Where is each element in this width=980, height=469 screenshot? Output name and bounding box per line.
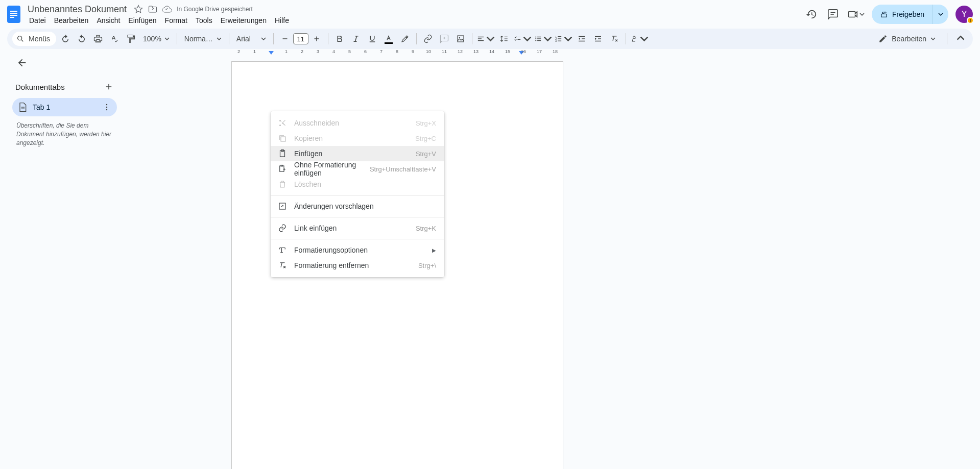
context-menu-divider — [271, 217, 444, 217]
svg-point-18 — [535, 38, 536, 39]
context-menu-link[interactable]: Link einfügenStrg+K — [271, 220, 444, 236]
tab-label: Tab 1 — [33, 103, 97, 111]
menu-bearbeiten[interactable]: Bearbeiten — [51, 15, 92, 26]
outline-hint: Überschriften, die Sie dem Dokument hinz… — [12, 116, 117, 152]
avatar-letter: Y — [962, 10, 967, 19]
context-menu-cut: AusschneidenStrg+X — [271, 115, 444, 131]
context-menu: AusschneidenStrg+XKopierenStrg+CEinfügen… — [271, 111, 444, 277]
context-menu-delete: Löschen — [271, 177, 444, 192]
menu-datei[interactable]: Datei — [26, 15, 50, 26]
svg-point-40 — [106, 107, 108, 108]
menu-ansicht[interactable]: Ansicht — [93, 15, 124, 26]
svg-point-17 — [535, 36, 536, 37]
svg-line-9 — [355, 36, 356, 42]
increase-font-size[interactable] — [309, 32, 324, 46]
share-dropdown[interactable] — [933, 5, 948, 24]
editing-mode-select[interactable]: Bearbeiten — [873, 32, 941, 45]
collapse-toolbar-button[interactable] — [953, 32, 968, 46]
spellcheck-button[interactable] — [107, 32, 122, 46]
input-tools-button[interactable] — [630, 32, 649, 46]
context-menu-divider — [271, 195, 444, 195]
share-button[interactable]: Freigeben — [872, 5, 933, 24]
document-title[interactable]: Unbenanntes Dokument — [26, 3, 129, 16]
undo-button[interactable] — [58, 32, 73, 46]
context-menu-paste-plain[interactable]: Ohne Formatierung einfügenStrg+Umschaltt… — [271, 161, 444, 177]
insert-image-button[interactable] — [453, 32, 468, 46]
bullet-list-button[interactable] — [534, 32, 552, 46]
line-spacing-button[interactable] — [497, 32, 511, 46]
share-label: Freigeben — [892, 10, 924, 18]
menu-einfügen[interactable]: Einfügen — [125, 15, 160, 26]
bold-button[interactable] — [332, 32, 347, 46]
outline-sidebar: Dokumenttabs Tab 1 Überschriften, die Si… — [7, 49, 122, 469]
context-menu-copy: KopierenStrg+C — [271, 131, 444, 146]
toolbar: Menüs 100% Normaler … Arial 123 — [7, 29, 973, 49]
italic-button[interactable] — [349, 32, 363, 46]
docs-logo[interactable] — [7, 6, 20, 23]
increase-indent-button[interactable] — [591, 32, 605, 46]
decrease-indent-button[interactable] — [575, 32, 589, 46]
font-size-input[interactable] — [293, 33, 308, 44]
print-button[interactable] — [91, 32, 105, 46]
avatar-alert-badge: ! — [967, 17, 974, 24]
svg-rect-42 — [281, 137, 285, 141]
text-color-button[interactable] — [381, 32, 396, 46]
font-family-select[interactable]: Arial — [233, 32, 269, 46]
menu-format[interactable]: Format — [161, 15, 191, 26]
context-menu-clear-format[interactable]: Formatierung entfernenStrg+\ — [271, 258, 444, 273]
save-status: In Google Drive gespeichert — [177, 6, 253, 13]
svg-rect-45 — [280, 166, 284, 171]
paragraph-style-select[interactable]: Normaler … — [181, 32, 225, 46]
left-indent-marker[interactable] — [269, 51, 274, 55]
menu-tools[interactable]: Tools — [192, 15, 216, 26]
context-menu-format[interactable]: Formatierungsoptionen▶ — [271, 242, 444, 258]
insert-link-button[interactable] — [421, 32, 435, 46]
menu-hilfe[interactable]: Hilfe — [271, 15, 293, 26]
account-avatar[interactable]: Y ! — [955, 6, 973, 23]
zoom-select[interactable]: 100% — [140, 32, 173, 46]
tab-item-1[interactable]: Tab 1 — [12, 98, 117, 116]
svg-point-39 — [106, 104, 108, 106]
document-icon — [17, 102, 28, 112]
horizontal-ruler[interactable]: 21123456789101112131415161718 — [231, 49, 980, 56]
sidebar-back-button[interactable] — [15, 56, 29, 69]
svg-point-41 — [106, 109, 108, 111]
underline-button[interactable] — [365, 32, 379, 46]
context-menu-paste[interactable]: EinfügenStrg+V — [271, 146, 444, 161]
redo-button[interactable] — [75, 32, 89, 46]
clear-formatting-button[interactable] — [607, 32, 622, 46]
history-icon[interactable] — [804, 7, 819, 21]
svg-rect-12 — [458, 36, 464, 42]
numbered-list-button[interactable]: 123 — [554, 32, 572, 46]
app-header: Unbenanntes Dokument In Google Drive ges… — [0, 0, 980, 27]
checklist-button[interactable] — [513, 32, 532, 46]
menu-bar: DateiBearbeitenAnsichtEinfügenFormatTool… — [26, 15, 293, 26]
paint-format-button[interactable] — [124, 32, 138, 46]
search-menus[interactable]: Menüs — [12, 32, 56, 46]
highlight-color-button[interactable] — [398, 32, 412, 46]
add-tab-button[interactable] — [103, 81, 115, 93]
align-button[interactable] — [476, 32, 495, 46]
comments-icon[interactable] — [826, 7, 840, 21]
menus-label: Menüs — [29, 35, 50, 43]
decrease-font-size[interactable] — [278, 32, 292, 46]
meet-icon[interactable] — [847, 7, 865, 21]
cloud-saved-icon[interactable] — [162, 5, 172, 14]
svg-point-19 — [535, 40, 536, 41]
vertical-ruler — [0, 49, 7, 469]
svg-text:3: 3 — [555, 40, 557, 42]
move-icon[interactable] — [148, 5, 157, 14]
context-menu-suggest[interactable]: Änderungen vorschlagen — [271, 199, 444, 214]
context-menu-divider — [271, 239, 444, 239]
menu-erweiterungen[interactable]: Erweiterungen — [217, 15, 270, 26]
sidebar-title: Dokumenttabs — [15, 83, 65, 91]
add-comment-button[interactable] — [437, 32, 451, 46]
star-icon[interactable] — [134, 5, 143, 14]
svg-point-2 — [18, 36, 22, 40]
tab-more-icon[interactable] — [102, 102, 112, 112]
svg-line-3 — [21, 40, 23, 41]
svg-point-13 — [459, 37, 460, 38]
